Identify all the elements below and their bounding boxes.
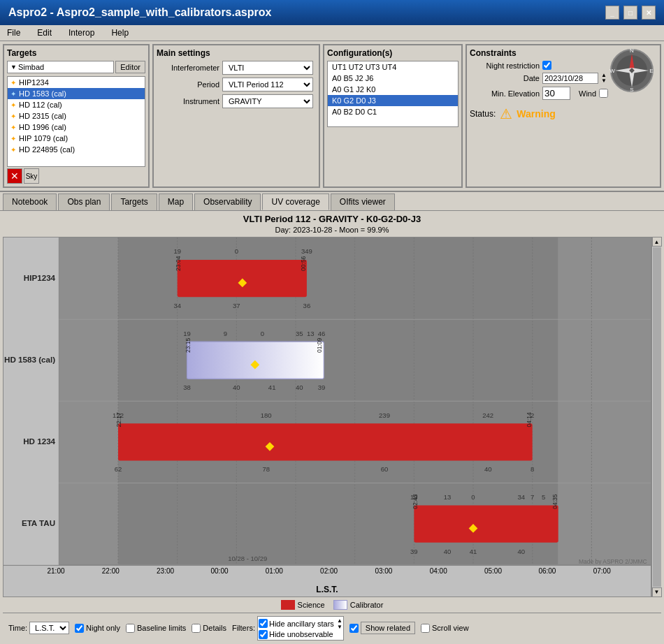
target-hd1996[interactable]: ✦ HD 1996 (cal) [8,122,145,133]
scroll-track[interactable] [653,247,661,587]
filters-box: Hide ancillary stars ▲ ▼ Hide unobservab… [257,616,344,641]
filter-down-arrow[interactable]: ▼ [337,624,342,630]
svg-text:23:04: 23:04 [175,256,182,271]
svg-text:36: 36 [303,302,311,309]
target-hd224895[interactable]: ✦ HD 224895 (cal) [8,144,145,155]
cal-star-icon: ✦ [10,112,16,120]
status-row: Status: ⚠ Warning [470,105,657,122]
config-k0g2d0j3[interactable]: K0 G2 D0 J3 [328,95,458,106]
target-name: HD 2315 (cal) [19,112,66,120]
target-list: ✦ HIP1234 ✦ HD 1583 (cal) ✦ HD 112 (cal)… [7,76,145,167]
search-row: ▼ Editor [7,61,145,73]
interferometer-row: Interferometer VLTI [157,61,316,75]
tab-uvcoverage[interactable]: UV coverage [262,193,329,210]
svg-text:0: 0 [261,330,264,337]
filter-up-arrow[interactable]: ▲ [337,617,342,624]
config-ut1234[interactable]: UT1 UT2 UT3 UT4 [328,61,458,73]
x-tick-2300: 23:00 [157,567,174,575]
compass: N S W E [609,48,654,93]
interferometer-label: Interferometer [157,64,219,72]
svg-text:46: 46 [318,330,326,337]
target-hd112[interactable]: ✦ HD 112 (cal) [8,99,145,110]
x-tick-0000: 00:00 [211,567,229,575]
tab-notebook[interactable]: Notebook [3,193,57,210]
details-label: Details [203,624,226,632]
menu-help[interactable]: Help [107,27,133,39]
minimize-button[interactable]: _ [605,6,619,20]
svg-text:5: 5 [542,493,545,501]
tab-targets[interactable]: Targets [111,193,157,210]
config-a0b2d0c1[interactable]: A0 B2 D0 C1 [328,106,458,117]
hide-unobservable-checkbox[interactable] [259,630,268,639]
target-hip1234[interactable]: ✦ HIP1234 [8,77,145,88]
config-a0g1j2k0[interactable]: A0 G1 J2 K0 [328,84,458,95]
menu-edit[interactable]: Edit [33,27,56,39]
filters-label: Filters: [232,624,255,632]
svg-text:40: 40 [444,548,452,555]
calibrator-label: Calibrator [350,601,384,609]
scroll-down-button[interactable]: ▼ [652,587,662,597]
baseline-limits-label: Baseline limits [137,624,186,632]
sky-button[interactable]: Sky [24,168,39,184]
settings-panel: Main settings Interferometer VLTI Period… [152,44,320,188]
instrument-select[interactable]: GRAVITY [222,94,313,108]
date-label: Date [470,74,540,82]
date-input[interactable] [542,73,598,84]
tab-oifits[interactable]: OIfits viewer [331,193,395,210]
svg-text:01:09: 01:09 [316,338,323,353]
baseline-limits-checkbox[interactable] [126,624,135,633]
wind-checkbox[interactable] [599,89,608,98]
target-hip1079[interactable]: ✦ HIP 1079 (cal) [8,133,145,144]
period-select[interactable]: VLTI Period 112 [222,78,313,92]
menu-file[interactable]: File [3,27,24,39]
instrument-row: Instrument GRAVITY [157,94,316,108]
target-hd1583[interactable]: ✦ HD 1583 (cal) [8,88,145,99]
svg-text:34: 34 [518,493,526,501]
target-hd2315[interactable]: ✦ HD 2315 (cal) [8,110,145,122]
svg-text:78: 78 [262,465,270,473]
details-checkbox[interactable] [192,624,201,633]
chart-area: VLTI Period 112 - GRAVITY - K0-G2-D0-J3 … [0,211,664,644]
time-select[interactable]: L.S.T. [29,622,69,634]
warning-text: Warning [517,108,555,119]
maximize-button[interactable]: □ [623,6,637,20]
svg-text:04:35: 04:35 [551,494,558,509]
config-a0b5j2j6[interactable]: A0 B5 J2 J6 [328,73,458,84]
x-tick-0600: 06:00 [538,567,556,575]
svg-text:0: 0 [235,247,238,255]
show-related-checkbox[interactable] [349,624,359,633]
svg-text:13: 13 [307,330,315,337]
min-elevation-input[interactable] [542,87,570,100]
search-dropdown-icon[interactable]: ▼ [10,64,17,71]
scroll-view-checkbox[interactable] [421,624,430,633]
chart-scrollbar[interactable]: ▲ ▼ [651,237,661,597]
svg-text:40: 40 [518,548,526,555]
svg-text:62: 62 [115,465,122,473]
svg-rect-11 [3,237,59,565]
title-buttons: _ □ ✕ [605,6,656,20]
editor-button[interactable]: Editor [115,61,145,73]
menu-interop[interactable]: Interop [64,27,99,39]
show-related-button[interactable]: Show related [361,622,415,634]
close-button[interactable]: ✕ [642,6,656,20]
search-input[interactable] [18,63,110,71]
hide-ancillary-checkbox[interactable] [259,619,268,628]
tab-map[interactable]: Map [159,193,193,210]
tab-obsplan[interactable]: Obs plan [58,193,110,210]
svg-text:04:14: 04:14 [526,412,533,427]
svg-text:ETA TAU: ETA TAU [22,518,55,527]
cal-star-icon: ✦ [10,101,16,109]
instrument-label: Instrument [157,97,219,105]
interferometer-select[interactable]: VLTI [222,61,313,75]
delete-target-button[interactable]: ✕ [7,168,22,184]
night-only-checkbox[interactable] [75,624,84,633]
period-row: Period VLTI Period 112 [157,78,316,92]
min-elevation-label: Min. Elevation [470,89,540,98]
date-spinner-up[interactable]: ▲▼ [601,73,607,84]
scroll-up-button[interactable]: ▲ [652,237,662,247]
svg-text:60: 60 [381,465,389,473]
tab-observability[interactable]: Observability [194,193,261,210]
svg-text:E: E [649,68,653,74]
night-restriction-checkbox[interactable] [542,61,551,70]
svg-rect-71 [414,505,558,542]
